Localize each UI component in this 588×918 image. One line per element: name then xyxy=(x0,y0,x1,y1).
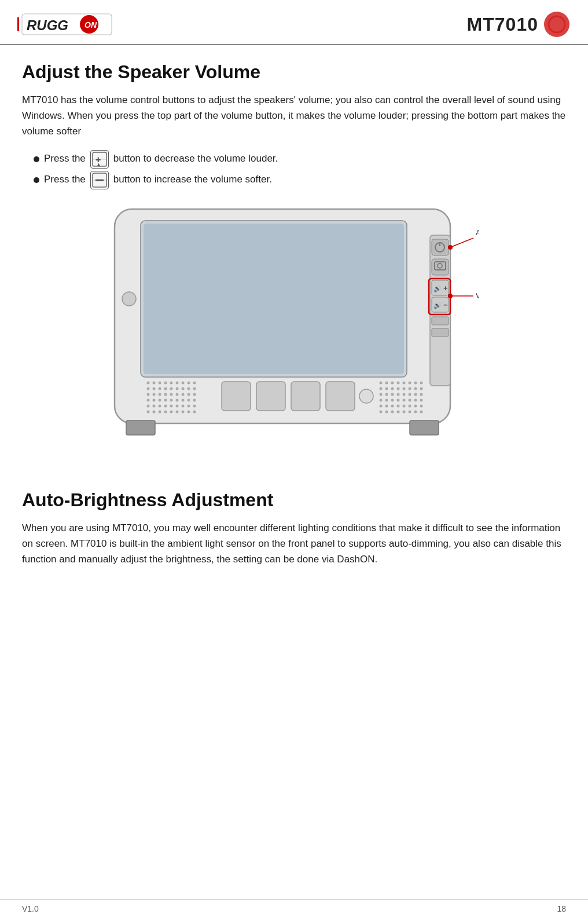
svg-point-43 xyxy=(193,393,196,396)
svg-point-16 xyxy=(122,292,136,306)
svg-point-113 xyxy=(409,404,411,407)
svg-point-54 xyxy=(153,404,156,407)
section2-body: When you are using MT7010, you may well … xyxy=(22,520,566,568)
svg-rect-139 xyxy=(432,328,449,337)
svg-point-118 xyxy=(391,410,394,413)
svg-point-46 xyxy=(159,398,161,401)
svg-rect-125 xyxy=(432,239,449,255)
svg-point-68 xyxy=(182,410,185,413)
svg-point-38 xyxy=(164,393,167,396)
svg-rect-74 xyxy=(326,382,355,411)
svg-point-96 xyxy=(403,393,406,396)
svg-point-88 xyxy=(403,387,406,390)
svg-point-104 xyxy=(403,398,406,401)
svg-point-107 xyxy=(420,398,423,401)
svg-point-19 xyxy=(159,381,161,384)
svg-point-33 xyxy=(188,387,190,390)
svg-text:▲: ▲ xyxy=(96,162,101,167)
svg-point-25 xyxy=(193,381,196,384)
svg-point-69 xyxy=(188,410,190,413)
svg-point-143 xyxy=(448,245,453,250)
svg-point-115 xyxy=(420,404,423,407)
svg-point-106 xyxy=(414,398,417,401)
svg-line-142 xyxy=(450,238,473,247)
svg-point-58 xyxy=(176,404,179,407)
svg-point-123 xyxy=(420,410,423,413)
svg-point-117 xyxy=(385,410,388,413)
svg-point-18 xyxy=(153,381,156,384)
svg-point-99 xyxy=(420,393,423,396)
svg-point-80 xyxy=(403,381,406,384)
svg-point-48 xyxy=(170,398,173,401)
svg-point-86 xyxy=(391,387,394,390)
svg-point-109 xyxy=(385,404,388,407)
header-circle-icon xyxy=(543,10,571,38)
svg-point-78 xyxy=(391,381,394,384)
svg-point-93 xyxy=(385,393,388,396)
svg-point-32 xyxy=(182,387,185,390)
list-item: Press the button to increase the volume … xyxy=(34,171,566,189)
device-diagram: 🔊 + 🔊 − Ambient light sensor Volume Cont… xyxy=(109,203,479,449)
bullet-list: Press the + ▲ button to decrease the vol… xyxy=(34,150,566,189)
svg-point-65 xyxy=(164,410,167,413)
bullet2-prefix: Press the xyxy=(44,171,86,189)
svg-rect-15 xyxy=(144,224,404,374)
svg-point-92 xyxy=(380,393,383,396)
bullet2-suffix: button to increase the volume softer. xyxy=(113,171,272,189)
svg-point-57 xyxy=(170,404,173,407)
svg-point-82 xyxy=(414,381,417,384)
svg-point-28 xyxy=(159,387,161,390)
svg-point-102 xyxy=(391,398,394,401)
svg-text:ON: ON xyxy=(84,20,97,30)
svg-point-42 xyxy=(188,393,190,396)
svg-point-22 xyxy=(176,381,179,384)
svg-point-40 xyxy=(176,393,179,396)
svg-point-47 xyxy=(164,398,167,401)
svg-point-121 xyxy=(409,410,411,413)
svg-point-61 xyxy=(193,404,196,407)
svg-point-56 xyxy=(164,404,167,407)
svg-point-20 xyxy=(164,381,167,384)
svg-point-17 xyxy=(147,381,150,384)
svg-point-87 xyxy=(397,387,400,390)
svg-point-101 xyxy=(385,398,388,401)
svg-point-27 xyxy=(153,387,156,390)
svg-point-75 xyxy=(359,389,373,403)
svg-point-145 xyxy=(448,294,453,298)
svg-point-83 xyxy=(420,381,423,384)
svg-text:RUGG: RUGG xyxy=(27,17,68,33)
version-label: V1.0 xyxy=(22,904,39,913)
svg-point-35 xyxy=(147,393,150,396)
svg-point-45 xyxy=(153,398,156,401)
svg-point-37 xyxy=(159,393,161,396)
bullet-dot xyxy=(34,156,39,162)
svg-point-122 xyxy=(414,410,417,413)
svg-point-111 xyxy=(397,404,400,407)
svg-text:+: + xyxy=(443,284,448,292)
svg-point-84 xyxy=(380,387,383,390)
main-content: Adjust the Speaker Volume MT7010 has the… xyxy=(0,45,588,484)
header-right: MT7010 xyxy=(467,10,571,38)
bullet1-suffix: button to decrease the volume louder. xyxy=(113,150,278,168)
volume-up-icon: + ▲ xyxy=(90,150,109,169)
svg-point-24 xyxy=(188,381,190,384)
svg-rect-140 xyxy=(126,420,155,435)
svg-rect-73 xyxy=(291,382,320,411)
logo: RUGG ON xyxy=(17,12,113,37)
svg-text:🔊: 🔊 xyxy=(433,301,442,309)
svg-point-66 xyxy=(170,410,173,413)
svg-point-59 xyxy=(182,404,185,407)
svg-point-94 xyxy=(391,393,394,396)
svg-point-110 xyxy=(391,404,394,407)
svg-text:Volume Control: Volume Control xyxy=(476,291,479,300)
svg-point-79 xyxy=(397,381,400,384)
svg-point-97 xyxy=(409,393,411,396)
svg-point-34 xyxy=(193,387,196,390)
svg-point-90 xyxy=(414,387,417,390)
svg-point-52 xyxy=(193,398,196,401)
svg-point-29 xyxy=(164,387,167,390)
section2: Auto-Brightness Adjustment When you are … xyxy=(0,484,588,595)
ruggon-logo-svg: RUGG ON xyxy=(21,12,113,37)
svg-point-44 xyxy=(147,398,150,401)
svg-point-89 xyxy=(409,387,411,390)
